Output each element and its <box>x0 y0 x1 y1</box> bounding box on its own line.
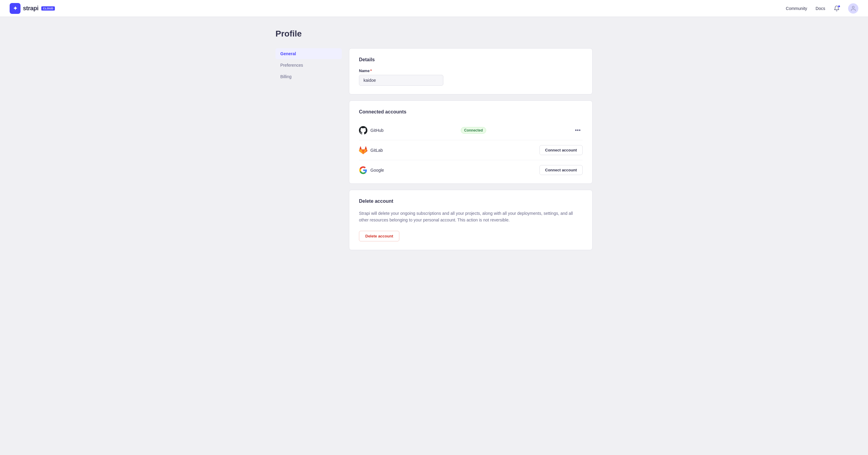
delete-account-card: Delete account Strapi will delete your o… <box>349 190 592 250</box>
logo-text: strapi <box>23 5 38 12</box>
sidebar-item-preferences[interactable]: Preferences <box>276 60 342 70</box>
navbar: ✦ strapi CLOUD Community Docs <box>0 0 868 17</box>
google-account-row: Google Connect account <box>359 160 583 175</box>
user-avatar[interactable] <box>848 3 858 13</box>
details-section-title: Details <box>359 57 583 62</box>
github-icon <box>359 126 367 135</box>
delete-account-title: Delete account <box>359 199 583 204</box>
page-container: Profile General Preferences Billing Deta… <box>268 17 600 262</box>
navbar-right: Community Docs <box>786 3 858 13</box>
docs-link[interactable]: Docs <box>815 6 825 11</box>
github-account-name: GitHub <box>370 128 457 133</box>
community-link[interactable]: Community <box>786 6 807 11</box>
notifications-bell[interactable] <box>834 5 840 11</box>
page-title: Profile <box>276 29 592 39</box>
delete-account-button[interactable]: Delete account <box>359 231 399 241</box>
google-connect-button[interactable]: Connect account <box>539 165 583 175</box>
google-icon <box>359 166 367 174</box>
sidebar-item-billing[interactable]: Billing <box>276 71 342 82</box>
bell-notification-dot <box>838 5 840 7</box>
gitlab-connect-button[interactable]: Connect account <box>539 145 583 155</box>
required-star: * <box>370 68 372 73</box>
connected-accounts-title: Connected accounts <box>359 109 583 115</box>
cloud-badge: CLOUD <box>41 6 55 10</box>
name-input[interactable] <box>359 75 443 86</box>
sidebar-item-general[interactable]: General <box>276 48 342 59</box>
avatar-icon <box>850 5 856 11</box>
gitlab-icon <box>359 146 367 154</box>
strapi-logo-icon: ✦ <box>10 3 21 14</box>
google-account-name: Google <box>370 168 455 173</box>
svg-point-0 <box>852 6 855 8</box>
dots-icon: ••• <box>575 127 581 134</box>
sidebar: General Preferences Billing <box>276 48 342 83</box>
gitlab-account-name: GitLab <box>370 148 455 153</box>
github-more-options-button[interactable]: ••• <box>573 125 583 135</box>
page-layout: General Preferences Billing Details Name… <box>276 48 592 250</box>
github-connected-badge: Connected <box>461 127 486 134</box>
details-card: Details Name * <box>349 48 592 94</box>
name-label: Name * <box>359 68 583 73</box>
navbar-logo-area: ✦ strapi CLOUD <box>10 3 55 14</box>
content-area: Details Name * Connected accounts <box>349 48 592 250</box>
connected-accounts-card: Connected accounts GitHub Connected ••• <box>349 101 592 184</box>
name-field: Name * <box>359 68 583 86</box>
gitlab-account-row: GitLab Connect account <box>359 140 583 160</box>
delete-account-description: Strapi will delete your ongoing subscrip… <box>359 210 583 224</box>
github-account-row: GitHub Connected ••• <box>359 121 583 140</box>
